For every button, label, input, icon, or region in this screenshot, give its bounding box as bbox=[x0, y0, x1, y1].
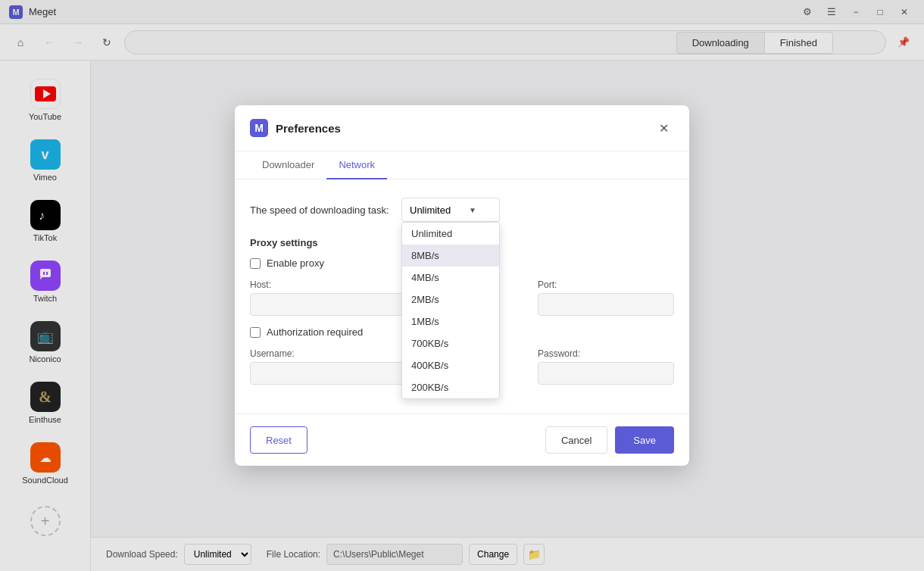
speed-dropdown-trigger[interactable]: Unlimited ▼ bbox=[401, 198, 500, 222]
speed-option-1mb[interactable]: 1MB/s bbox=[402, 310, 499, 332]
enable-proxy-checkbox[interactable] bbox=[250, 258, 261, 269]
auth-required-checkbox[interactable] bbox=[250, 327, 261, 338]
dialog-title: Preferences bbox=[276, 122, 653, 135]
speed-dropdown-value: Unlimited bbox=[410, 204, 451, 216]
preferences-dialog: M Preferences ✕ Downloader Network The s… bbox=[235, 105, 689, 466]
speed-dropdown-arrow: ▼ bbox=[469, 206, 476, 214]
port-group: Port: bbox=[538, 279, 674, 316]
speed-dropdown-container: Unlimited ▼ Unlimited 8MB/s 4MB/s 2MB/s … bbox=[401, 198, 500, 222]
speed-option-unlimited[interactable]: Unlimited bbox=[402, 223, 499, 245]
dialog-logo: M bbox=[250, 119, 268, 137]
tab-network[interactable]: Network bbox=[326, 151, 387, 179]
speed-option-200kb[interactable]: 200KB/s bbox=[402, 376, 499, 398]
password-label: Password: bbox=[538, 348, 674, 359]
modal-overlay: M Preferences ✕ Downloader Network The s… bbox=[0, 0, 924, 571]
dialog-tabs: Downloader Network bbox=[235, 151, 689, 179]
speed-option-8mb[interactable]: 8MB/s bbox=[402, 245, 499, 267]
dialog-footer: Reset Cancel Save bbox=[235, 413, 689, 466]
tab-downloader[interactable]: Downloader bbox=[250, 151, 326, 179]
reset-btn[interactable]: Reset bbox=[250, 426, 307, 454]
password-group: Password: bbox=[538, 348, 674, 385]
speed-option-2mb[interactable]: 2MB/s bbox=[402, 289, 499, 310]
footer-right: Cancel Save bbox=[545, 426, 674, 454]
dialog-close-btn[interactable]: ✕ bbox=[653, 117, 674, 139]
dialog-header: M Preferences ✕ bbox=[235, 105, 689, 151]
speed-option-700kb[interactable]: 700KB/s bbox=[402, 332, 499, 354]
port-input[interactable] bbox=[538, 293, 674, 316]
port-label: Port: bbox=[538, 279, 674, 290]
speed-option-400kb[interactable]: 400KB/s bbox=[402, 354, 499, 376]
svg-text:M: M bbox=[254, 122, 264, 134]
cancel-btn[interactable]: Cancel bbox=[545, 426, 607, 454]
password-input[interactable] bbox=[538, 362, 674, 385]
speed-form-label: The speed of downloading task: bbox=[250, 204, 401, 216]
speed-form-row: The speed of downloading task: Unlimited… bbox=[250, 198, 674, 222]
speed-dropdown-popup: Unlimited 8MB/s 4MB/s 2MB/s 1MB/s 700KB/… bbox=[401, 222, 500, 399]
auth-required-label[interactable]: Authorization required bbox=[267, 326, 363, 338]
dialog-content: The speed of downloading task: Unlimited… bbox=[235, 179, 689, 413]
save-btn[interactable]: Save bbox=[615, 426, 674, 454]
enable-proxy-label[interactable]: Enable proxy bbox=[267, 257, 324, 269]
speed-option-4mb[interactable]: 4MB/s bbox=[402, 267, 499, 289]
